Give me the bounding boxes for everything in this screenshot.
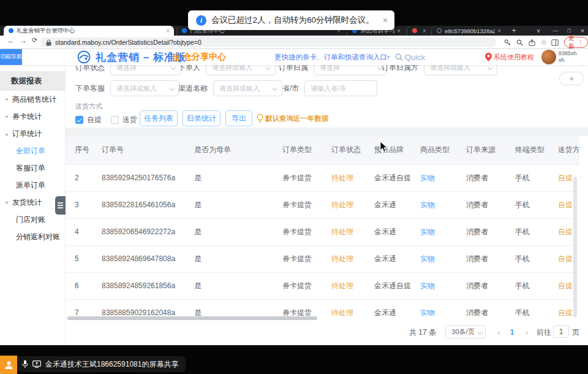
new-tab-button[interactable]: +: [510, 26, 518, 35]
page-size-value: 30条/页: [451, 327, 474, 337]
browser-tab[interactable]: e8c573980b1328a258fd2e6f ×: [431, 26, 505, 36]
tab-close-icon[interactable]: ×: [423, 28, 426, 34]
table-cell: 实物: [411, 245, 457, 272]
category-stats-button[interactable]: 归类统计: [183, 110, 221, 126]
sidebar-item-all-orders[interactable]: 全部订单: [0, 142, 65, 159]
chevron-down-icon: [488, 65, 492, 70]
table-cell: 待处理: [322, 272, 365, 299]
collapse-filters-button[interactable]: »: [559, 72, 584, 85]
sidebar-item-coupon-stats[interactable]: ▾ 券卡统计: [0, 108, 65, 125]
checkbox-unchecked-icon[interactable]: [111, 116, 119, 124]
horizontal-scrollbar[interactable]: [67, 316, 317, 320]
share-icon[interactable]: [527, 37, 537, 47]
tab-search-chevron-icon[interactable]: ∨: [532, 26, 545, 36]
table-row[interactable]: 783858859029162048a是券卡提货待处理金禾通实物消费者手机自提: [66, 299, 579, 316]
task-list-button[interactable]: 任务列表: [140, 110, 178, 126]
current-page[interactable]: 1: [507, 325, 517, 340]
column-header: 订单来源: [457, 136, 506, 164]
tab-close-icon[interactable]: ×: [166, 28, 170, 34]
sidebar-item-store-reconciliation[interactable]: 门店对账: [0, 211, 65, 228]
table-header-row: 序号订单号是否为母单订单类型订单状态预售品牌商品类型订单来源终端类型送货方式: [66, 136, 579, 164]
table-cell: 83858859029162048a: [92, 299, 185, 316]
window-close-button[interactable]: ×: [576, 26, 588, 36]
table-cell: 是: [185, 299, 273, 316]
warehouse-share-center-link[interactable]: 仓分享中心: [172, 49, 226, 65]
sidebar-collapse-handle[interactable]: [55, 196, 66, 215]
toast-close-icon[interactable]: ×: [383, 15, 388, 25]
browser-tab-active[interactable]: 礼盒营销平台管理中心 ×: [4, 26, 174, 36]
quick-label[interactable]: Quick: [405, 49, 425, 65]
column-header: 终端类型: [506, 136, 549, 164]
sidebar-item-product-sales[interactable]: ▾ 商品销售统计: [0, 91, 65, 108]
checkbox-label: 自提: [87, 115, 102, 125]
table-row[interactable]: 383859228165461056a是券卡提货待处理金禾通实物消费者手机自提: [66, 191, 579, 218]
province-city-input[interactable]: 请输入省/市: [304, 80, 377, 96]
next-page-button[interactable]: ›: [522, 325, 532, 340]
collapse-arrow-icon: ▾: [6, 200, 8, 205]
sidebar-item-dispatch-orders[interactable]: 派单订单: [0, 177, 65, 194]
bookmark-star-icon[interactable]: ☆: [539, 37, 549, 47]
tab-close-icon[interactable]: ×: [397, 28, 401, 34]
url-text: standard.maboy.cn/OrderStatisticsDetail?…: [55, 39, 202, 46]
username-sub: xh: [559, 57, 565, 63]
table-cell: 手机: [506, 299, 549, 316]
checkbox-label: 送货: [123, 115, 137, 125]
table-row[interactable]: 683858924859261856a是券卡提货待处理金禾通自提实物消费者手机自…: [66, 272, 579, 299]
sidebar-item-label: 分销返利对账: [16, 232, 60, 242]
table-cell: 金禾通: [365, 218, 411, 245]
window-minimize-button[interactable]: —: [549, 26, 562, 36]
column-header: 预售品牌: [365, 136, 411, 164]
table-cell: 手机: [506, 218, 549, 245]
filter-label: 下单客服: [75, 83, 105, 94]
section-divider: [66, 128, 588, 136]
filter-channel-name: 渠道名称 请选择或输入: [178, 80, 282, 97]
function-nav-toggle[interactable]: 功能导航: [0, 49, 22, 65]
tab-close-icon[interactable]: ×: [497, 28, 501, 34]
checkbox-checked-icon[interactable]: [75, 116, 83, 124]
sidebar-item-distribution-rebate[interactable]: 分销返利对账: [0, 228, 65, 245]
channel-name-select[interactable]: 请选择或输入: [213, 80, 282, 96]
table-cell: 消费者: [457, 245, 506, 272]
globe-favicon: [437, 28, 442, 33]
quick-entry-link[interactable]: 更快捷的券卡、订单和快递查询入口: [274, 49, 387, 65]
forward-icon[interactable]: →: [20, 36, 27, 45]
table-row[interactable]: 283859294250176576a是券卡提货待处理金禾通自提实物消费者手机自…: [66, 164, 579, 191]
username-text: 8385xh: [559, 50, 577, 56]
goto-page-input[interactable]: [553, 326, 569, 338]
browser-tab[interactable]: ×: [407, 26, 429, 36]
system-tutorial-link[interactable]: 系统使用教程: [494, 49, 534, 65]
placeholder: 请选择或输入: [219, 84, 260, 93]
sidebar-item-label: 派单订单: [16, 180, 45, 191]
table-cell: 5: [66, 245, 92, 272]
checkbox-self-pickup[interactable]: 自提: [75, 112, 102, 128]
table-row[interactable]: 583858924869647808a是券卡提货待处理金禾通实物消费者手机自提: [66, 245, 579, 272]
share-user-avatar[interactable]: [0, 356, 17, 374]
quick-search-icon[interactable]: [395, 53, 403, 61]
reload-icon[interactable]: ⟳: [32, 36, 37, 44]
page-size-select[interactable]: 30条/页: [445, 325, 486, 338]
vertical-scrollbar[interactable]: [573, 177, 577, 318]
collapse-arrow-icon: ▾: [6, 114, 8, 120]
export-button[interactable]: 导出: [225, 110, 252, 126]
sidebar-item-order-stats[interactable]: ▴ 订单统计: [0, 125, 65, 142]
back-icon[interactable]: ←: [7, 36, 15, 45]
sidebar: 数据报表 ▾ 商品销售统计 ▾ 券卡统计 ▴ 订单统计 全部订单 客服订单 派单…: [0, 65, 66, 345]
browser-update-button[interactable]: 更新 ⋮: [564, 37, 588, 48]
column-header: 是否为母单: [185, 136, 273, 164]
key-icon[interactable]: [502, 37, 512, 47]
split-screen-icon[interactable]: [550, 37, 560, 47]
sidebar-item-service-orders[interactable]: 客服订单: [0, 159, 65, 177]
table-cell: 是: [185, 272, 273, 299]
prev-page-button[interactable]: ‹: [494, 325, 503, 340]
table-cell: 83858924869647808a: [92, 245, 185, 272]
checkbox-delivery[interactable]: 送货: [111, 112, 137, 128]
chevron-down-icon: [170, 86, 175, 91]
address-bar[interactable]: standard.maboy.cn/OrderStatisticsDetail?…: [40, 37, 496, 47]
home-icon: [172, 53, 181, 61]
column-header: 送货方式: [549, 136, 579, 164]
service-agent-select[interactable]: 请选择或输入: [110, 80, 179, 96]
user-avatar[interactable]: [541, 50, 556, 64]
screen-share-indicator[interactable]: 金禾通技术王斌18662591081的屏幕共享: [17, 356, 186, 372]
zoom-icon[interactable]: [514, 37, 524, 47]
table-row[interactable]: 483859206546922272a是券卡提货待处理金禾通实物消费者手机自提: [66, 218, 579, 245]
